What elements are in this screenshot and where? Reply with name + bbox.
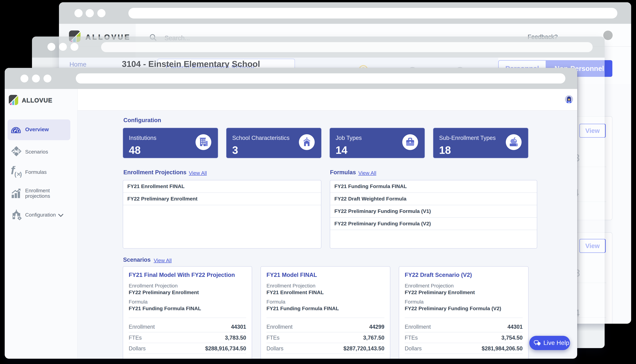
svg-text:): ) xyxy=(20,171,22,178)
svg-text:(: ( xyxy=(14,171,16,178)
